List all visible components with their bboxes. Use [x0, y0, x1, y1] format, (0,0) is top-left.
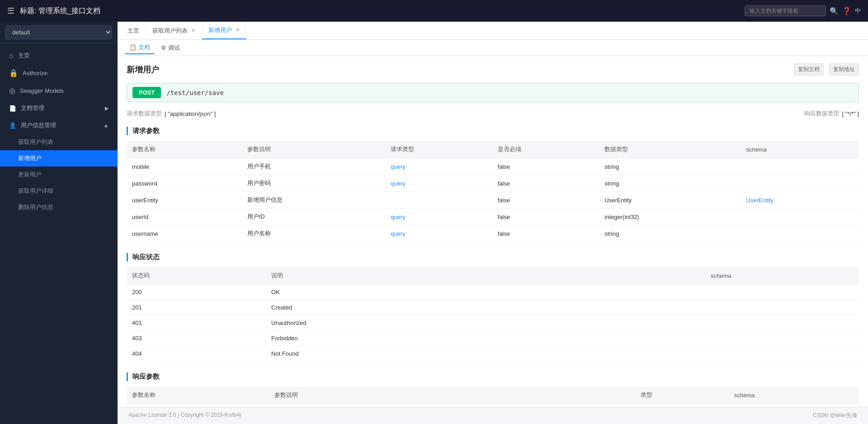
test-nav-icon: ⚙: [161, 44, 166, 51]
sidebar-item-doc-label: 文档管理: [21, 104, 44, 112]
param-name: userEntity: [127, 192, 242, 209]
tab-get-user-list[interactable]: 获取用户列表 ✕: [146, 22, 202, 39]
param-desc: 用户名称: [242, 225, 386, 242]
param-desc: 用户密码: [242, 175, 386, 192]
param-name: username: [127, 225, 242, 242]
col-resp-param-desc: 参数说明: [269, 386, 635, 404]
sidebar-menu: ⌂ 主页 🔒 Authorize ◎ Swagger Models 📄 文档管理…: [0, 43, 118, 424]
menu-icon[interactable]: ☰: [7, 6, 14, 16]
col-resp-param-name: 参数名称: [127, 386, 269, 404]
sidebar-item-swagger-models[interactable]: ◎ Swagger Models: [0, 82, 118, 100]
sidebar-item-home-label: 主页: [18, 52, 30, 60]
table-row: 404 Not Found: [127, 346, 859, 362]
chevron-right-icon: ▶: [105, 105, 108, 111]
lock-icon: 🔒: [9, 69, 18, 77]
sidebar-item-get-user-list[interactable]: 获取用户列表: [0, 134, 118, 150]
col-status-schema: schema: [705, 267, 859, 285]
param-desc: 用户手机: [242, 158, 386, 175]
doc-nav-icon: 📋: [129, 44, 137, 51]
col-required: 是否必须: [492, 141, 599, 158]
status-schema: [705, 300, 859, 315]
status-code: 403: [127, 331, 266, 346]
col-req-type: 请求类型: [385, 141, 492, 158]
copy-doc-button[interactable]: 复制文档: [794, 63, 824, 76]
tab-close-add-user[interactable]: ✕: [236, 27, 240, 33]
sub-nav-doc[interactable]: 📋 文档: [125, 42, 155, 54]
param-required: false: [492, 158, 599, 175]
param-desc: 新增用户信息: [242, 192, 386, 209]
table-row: userEntity 新增用户信息 false UserEntity UserE…: [127, 192, 859, 209]
tab-add-user-label: 新增用户: [208, 26, 232, 34]
param-req-type[interactable]: query: [385, 175, 492, 192]
sidebar-group-user-manage[interactable]: 👤 用户信息管理 ▲: [0, 117, 118, 134]
sidebar-sub-get-user-detail-label: 获取用户详细: [18, 187, 53, 195]
request-params-table: 参数名称 参数说明 请求类型 是否必须 数据类型 schema mobile 用…: [127, 141, 859, 242]
sidebar-item-update-user[interactable]: 更新用户: [0, 167, 118, 183]
param-req-type[interactable]: query: [385, 209, 492, 225]
endpoint-bar: POST /test/user/save: [127, 83, 859, 102]
param-req-type[interactable]: query: [385, 225, 492, 242]
param-data-type: UserEntity: [599, 192, 741, 209]
user-icon: 👤: [9, 122, 16, 129]
request-params-title: 请求参数: [127, 127, 859, 135]
copy-url-button[interactable]: 复制地址: [829, 63, 859, 76]
col-data-type: 数据类型: [599, 141, 741, 158]
param-req-type[interactable]: query: [385, 158, 492, 175]
param-schema[interactable]: UserEntity: [741, 192, 859, 209]
param-data-type: string: [599, 158, 741, 175]
footer-credit: CSDN @Wen先漆: [813, 412, 857, 419]
page-title: 新增用户: [127, 64, 159, 75]
sidebar-item-delete-user[interactable]: 删除用户信息: [0, 199, 118, 215]
param-name: password: [127, 175, 242, 192]
page-title-row: 新增用户 复制文档 复制地址: [127, 63, 859, 76]
response-status-table: 状态码 说明 schema 200 OK 201 Created 401 Una…: [127, 267, 859, 362]
status-desc: Unauthorized: [266, 315, 705, 331]
app-title: 标题: 管理系统_接口文档: [20, 6, 100, 16]
project-select[interactable]: default: [5, 25, 112, 39]
status-code: 201: [127, 300, 266, 315]
search-icon[interactable]: 🔍: [830, 7, 839, 15]
col-resp-schema: schema: [729, 386, 859, 404]
request-type-value: [ "application/json" ]: [165, 110, 216, 117]
sub-nav-test-label: 调试: [168, 44, 180, 52]
tab-home-label: 主页: [127, 27, 139, 35]
param-required: false: [492, 192, 599, 209]
table-row: 401 Unauthorized: [127, 315, 859, 331]
response-status-title: 响应状态: [127, 253, 859, 262]
sidebar-item-add-user[interactable]: 新增用户: [0, 150, 118, 167]
col-param-desc: 参数说明: [242, 141, 386, 158]
table-row: 403 Forbidden: [127, 331, 859, 346]
main-layout: default ⌂ 主页 🔒 Authorize ◎ Swagger Model…: [0, 22, 868, 424]
sidebar-item-home[interactable]: ⌂ 主页: [0, 47, 118, 64]
sidebar-item-get-user-detail[interactable]: 获取用户详细: [0, 183, 118, 199]
param-req-type: [385, 192, 492, 209]
status-code: 401: [127, 315, 266, 331]
tab-add-user[interactable]: 新增用户 ✕: [202, 22, 246, 39]
sidebar: default ⌂ 主页 🔒 Authorize ◎ Swagger Model…: [0, 22, 118, 424]
doc-icon: 📄: [9, 105, 16, 112]
table-row: 201 Created: [127, 300, 859, 315]
help-icon[interactable]: ❓: [842, 7, 851, 15]
sub-nav-test[interactable]: ⚙ 调试: [156, 42, 184, 54]
response-params-title: 响应参数: [127, 372, 859, 381]
sidebar-sub-add-user-label: 新增用户: [18, 154, 42, 162]
tab-bar: 主页 获取用户列表 ✕ 新增用户 ✕: [118, 22, 868, 40]
sidebar-item-doc-manage[interactable]: 📄 文档管理 ▶: [0, 100, 118, 117]
response-type-value: [ "*/*" ]: [842, 110, 859, 117]
sidebar-sub-update-user-label: 更新用户: [18, 171, 42, 179]
sidebar-item-authorize[interactable]: 🔒 Authorize: [0, 64, 118, 82]
status-schema: [705, 285, 859, 300]
tab-close-get-user-list[interactable]: ✕: [191, 28, 195, 33]
status-schema: [705, 315, 859, 331]
param-schema: [741, 209, 859, 225]
tab-home[interactable]: 主页: [121, 22, 146, 39]
status-desc: Created: [266, 300, 705, 315]
col-resp-type: 类型: [635, 386, 729, 404]
status-desc: Not Found: [266, 346, 705, 362]
meta-row: 请求数据类型 [ "application/json" ] 响应数据类型 [ "…: [127, 110, 859, 118]
param-desc: 用户ID: [242, 209, 386, 225]
search-input[interactable]: [745, 5, 826, 16]
param-name: mobile: [127, 158, 242, 175]
param-data-type: string: [599, 175, 741, 192]
lang-button[interactable]: 中: [855, 7, 861, 15]
